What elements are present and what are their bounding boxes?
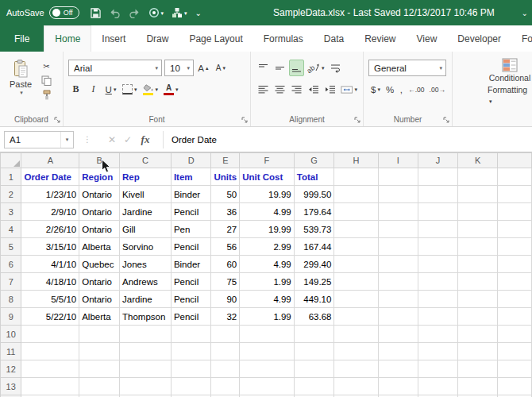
cell-E11[interactable] (211, 343, 240, 360)
row-header-4[interactable]: 4 (1, 221, 21, 238)
align-right-button[interactable] (289, 81, 304, 98)
cell-G13[interactable] (294, 378, 334, 395)
column-header-G[interactable]: G (294, 153, 334, 168)
cell-H6[interactable] (334, 256, 378, 273)
cell-L9[interactable] (498, 308, 532, 326)
cell-B11[interactable] (79, 343, 120, 360)
bottom-align-button[interactable] (289, 60, 304, 76)
cell-J9[interactable] (418, 308, 457, 326)
tab-review[interactable]: Review (354, 25, 406, 52)
cell-K8[interactable] (458, 291, 498, 308)
cell-I1[interactable] (378, 168, 418, 186)
cell-A11[interactable] (21, 343, 79, 360)
cell-G3[interactable]: 179.64 (294, 203, 334, 221)
cell-A13[interactable] (21, 378, 79, 395)
row-header-3[interactable]: 3 (1, 203, 21, 221)
cell-D7[interactable]: Pencil (171, 273, 211, 291)
decrease-font-size-button[interactable]: A▼ (214, 60, 229, 76)
cell-G6[interactable]: 299.40 (294, 256, 334, 273)
italic-button[interactable]: I (86, 81, 101, 98)
cell-B12[interactable] (79, 360, 120, 378)
cell-G2[interactable]: 999.50 (294, 186, 334, 203)
cell-C8[interactable]: Jardine (120, 291, 172, 308)
paste-button[interactable]: Paste ▾ (5, 60, 37, 102)
cell-L4[interactable] (498, 221, 532, 238)
cell-A12[interactable] (21, 360, 79, 378)
cell-K3[interactable] (458, 203, 498, 221)
cell-B9[interactable]: Alberta (79, 308, 120, 326)
quick-access-tool-button[interactable]: ▾ (145, 3, 168, 22)
title-dropdown-caret-icon[interactable]: ⌄ (522, 0, 528, 25)
tab-file[interactable]: File (0, 25, 44, 52)
cut-button[interactable]: ✂ (39, 60, 54, 73)
increase-indent-button[interactable] (322, 81, 337, 98)
cell-A9[interactable]: 5/22/10 (21, 308, 79, 326)
cell-F5[interactable]: 2.99 (240, 238, 295, 256)
cell-F13[interactable] (240, 378, 295, 395)
cell-G1[interactable]: Total (294, 168, 334, 186)
cell-D12[interactable] (171, 360, 211, 378)
cell-F9[interactable]: 1.99 (240, 308, 295, 326)
cell-K5[interactable] (458, 238, 498, 256)
undo-button[interactable] (106, 3, 124, 22)
percent-style-button[interactable]: % (384, 81, 395, 98)
cell-A3[interactable]: 2/9/10 (21, 203, 79, 221)
cell-B10[interactable] (79, 326, 120, 343)
row-header-1[interactable]: 1 (1, 168, 21, 186)
cell-A10[interactable] (21, 326, 79, 343)
cell-K6[interactable] (458, 256, 498, 273)
cell-F6[interactable]: 4.99 (240, 256, 295, 273)
borders-button[interactable]: ▾ (121, 81, 139, 98)
row-header-6[interactable]: 6 (1, 256, 21, 273)
cell-I8[interactable] (378, 291, 418, 308)
cell-D6[interactable]: Binder (171, 256, 211, 273)
underline-button[interactable]: U▾ (103, 81, 118, 98)
increase-font-size-button[interactable]: A▲ (196, 60, 211, 76)
cell-H13[interactable] (334, 378, 378, 395)
cell-C11[interactable] (120, 343, 172, 360)
cell-C5[interactable]: Sorvino (120, 238, 172, 256)
cell-H8[interactable] (334, 291, 378, 308)
row-header-7[interactable]: 7 (1, 273, 21, 291)
cell-A1[interactable]: Order Date (21, 168, 79, 186)
cell-I11[interactable] (378, 343, 418, 360)
cell-E10[interactable] (211, 326, 240, 343)
column-header-F[interactable]: F (240, 153, 295, 168)
cell-C4[interactable]: Gill (120, 221, 172, 238)
cell-E7[interactable]: 75 (211, 273, 240, 291)
comma-style-button[interactable]: , (397, 81, 405, 98)
cell-A6[interactable]: 4/1/10 (21, 256, 79, 273)
cell-L8[interactable] (498, 291, 532, 308)
cell-J4[interactable] (418, 221, 457, 238)
cell-B6[interactable]: Quebec (79, 256, 120, 273)
cell-C6[interactable]: Jones (120, 256, 172, 273)
row-header-11[interactable]: 11 (1, 343, 21, 360)
cell-E12[interactable] (211, 360, 240, 378)
cell-J1[interactable] (418, 168, 457, 186)
insert-function-button[interactable]: fx (136, 133, 155, 146)
cell-K4[interactable] (458, 221, 498, 238)
tab-formulas[interactable]: Formulas (253, 25, 314, 52)
cell-K1[interactable] (458, 168, 498, 186)
format-painter-button[interactable] (39, 88, 54, 102)
cell-D13[interactable] (171, 378, 211, 395)
cell-K11[interactable] (458, 343, 498, 360)
cell-D4[interactable]: Pen (171, 221, 211, 238)
orientation-button[interactable]: ab ▾ (306, 60, 326, 76)
autosave-control[interactable]: AutoSave Off (6, 6, 79, 19)
cell-A5[interactable]: 3/15/10 (21, 238, 79, 256)
cell-F11[interactable] (240, 343, 295, 360)
cell-D8[interactable]: Pencil (171, 291, 211, 308)
cell-F12[interactable] (240, 360, 295, 378)
cell-G12[interactable] (294, 360, 334, 378)
cell-A7[interactable]: 4/18/10 (21, 273, 79, 291)
accounting-format-button[interactable]: $▾ (368, 81, 383, 98)
cell-L6[interactable] (498, 256, 532, 273)
cell-D2[interactable]: Binder (171, 186, 211, 203)
cell-K9[interactable] (458, 308, 498, 326)
column-header-I[interactable]: I (378, 153, 418, 168)
cell-H2[interactable] (334, 186, 378, 203)
row-header-8[interactable]: 8 (1, 291, 21, 308)
middle-align-button[interactable] (272, 60, 287, 76)
cell-I7[interactable] (378, 273, 418, 291)
